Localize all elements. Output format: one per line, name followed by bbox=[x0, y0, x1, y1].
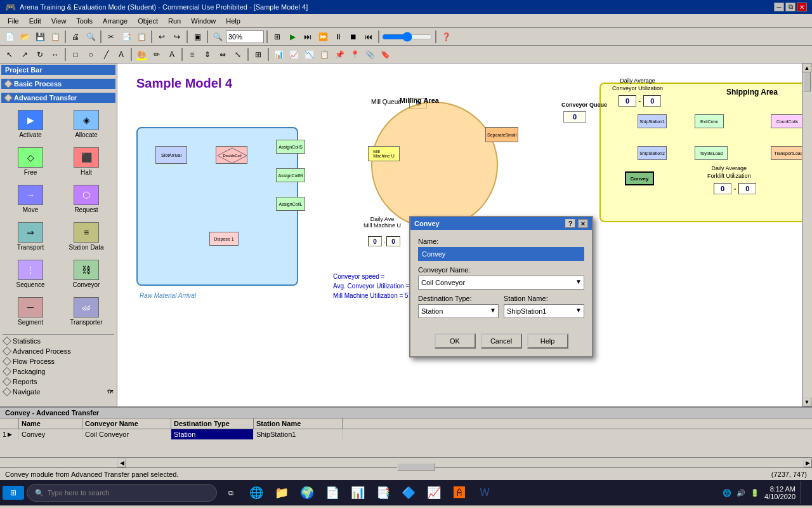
menu-arrange[interactable]: Arrange bbox=[98, 16, 133, 26]
taskbar-minitab-icon[interactable]: 📈 bbox=[422, 481, 445, 504]
sidebar-item-station-data[interactable]: ≡ Station Data bbox=[60, 219, 113, 254]
search-bar[interactable]: 🔍 Type here to search bbox=[27, 484, 217, 502]
sidebar-item-segment[interactable]: ─ Segment bbox=[4, 294, 57, 329]
sidebar-reports[interactable]: Reports bbox=[0, 377, 117, 387]
open-btn[interactable]: 📂 bbox=[18, 30, 32, 44]
destination-type-select[interactable]: Station bbox=[418, 304, 499, 318]
help-button[interactable]: Help bbox=[527, 333, 568, 349]
sidebar-advanced-process[interactable]: Advanced Process bbox=[0, 346, 117, 356]
count-coils-block[interactable]: CountCoils bbox=[771, 114, 802, 128]
taskbar-ppt-icon[interactable]: 📑 bbox=[372, 481, 395, 504]
assign-coil-block2[interactable]: AssignCoilM bbox=[276, 168, 305, 182]
dispose-block[interactable]: Dispose 1 bbox=[209, 232, 239, 246]
sidebar-item-transporter[interactable]: 🏎 Transporter bbox=[60, 294, 113, 329]
sidebar-item-move[interactable]: → Move bbox=[4, 182, 57, 217]
reset-btn[interactable]: ⏮ bbox=[362, 30, 376, 44]
save-btn[interactable]: 💾 bbox=[33, 30, 47, 44]
sidebar-item-request[interactable]: ⬡ Request bbox=[60, 182, 113, 217]
chart6-btn[interactable]: 📍 bbox=[348, 48, 362, 62]
chart2-btn[interactable]: 📈 bbox=[287, 48, 301, 62]
station-name-select[interactable]: ShipStation1 bbox=[504, 304, 584, 318]
basic-process-header[interactable]: Basic Process bbox=[1, 79, 115, 89]
cut-btn[interactable]: ✂ bbox=[104, 30, 118, 44]
chart3-btn[interactable]: 📉 bbox=[302, 48, 316, 62]
taskbar-chrome-icon[interactable]: 🌍 bbox=[296, 481, 318, 504]
exit-conv-block[interactable]: ExitConv bbox=[695, 114, 724, 128]
chart5-btn[interactable]: 📌 bbox=[332, 48, 346, 62]
sidebar-item-activate[interactable]: ▶ Activate bbox=[4, 107, 57, 142]
start-button[interactable]: ⊞ bbox=[3, 486, 24, 500]
menu-object[interactable]: Object bbox=[133, 16, 163, 26]
system-clock[interactable]: 8:12 AM 4/10/2020 bbox=[764, 485, 796, 500]
redo-btn[interactable]: ↪ bbox=[170, 30, 184, 44]
sidebar-navigate[interactable]: Navigate 🗺 bbox=[0, 387, 117, 397]
close-btn[interactable]: ✕ bbox=[797, 3, 807, 11]
run-btn[interactable]: ▶ bbox=[285, 30, 299, 44]
volume-icon[interactable]: 🔊 bbox=[737, 489, 745, 497]
sidebar-statistics[interactable]: Statistics bbox=[0, 336, 117, 346]
h-scroll-thumb[interactable] bbox=[397, 463, 435, 471]
name-input[interactable] bbox=[418, 247, 584, 261]
sidebar-item-conveyor[interactable]: ⛓ Conveyor bbox=[60, 257, 113, 291]
conveyor-name-select[interactable]: Coil Conveyor bbox=[418, 276, 584, 290]
pause-btn[interactable]: ⏸ bbox=[331, 30, 345, 44]
group-btn[interactable]: ⊞ bbox=[251, 48, 265, 62]
speed-slider[interactable] bbox=[382, 32, 433, 42]
menu-file[interactable]: File bbox=[3, 16, 24, 26]
paste-btn[interactable]: 📋 bbox=[134, 30, 148, 44]
scroll-left-btn[interactable]: ◀ bbox=[117, 458, 126, 467]
sidebar-item-sequence[interactable]: ⋮ Sequence bbox=[4, 257, 57, 291]
taskbar-arena-icon[interactable]: 🅰 bbox=[448, 481, 471, 504]
sidebar-packaging[interactable]: Packaging bbox=[0, 366, 117, 377]
mirror-btn[interactable]: ↔ bbox=[48, 48, 62, 62]
zoom-input[interactable] bbox=[226, 30, 264, 43]
taskbar-files-icon[interactable]: 📁 bbox=[270, 481, 293, 504]
ship-station1-block[interactable]: ShipStation1 bbox=[638, 114, 667, 128]
pointer-btn[interactable]: ↖ bbox=[3, 48, 16, 62]
assign-coil-block3[interactable]: AssignCoilL bbox=[276, 197, 305, 211]
undo-btn[interactable]: ↩ bbox=[155, 30, 169, 44]
step-btn[interactable]: ⏭ bbox=[301, 30, 315, 44]
sidebar-item-free[interactable]: ◇ Free bbox=[4, 144, 57, 179]
toyote-load-block[interactable]: ToyoteLoad bbox=[695, 146, 728, 160]
sidebar-flow-process[interactable]: Flow Process bbox=[0, 356, 117, 366]
scroll-right-btn[interactable]: ▶ bbox=[803, 458, 812, 467]
network-icon[interactable]: 🌐 bbox=[723, 489, 731, 497]
taskbar-edge-icon[interactable]: 🌐 bbox=[245, 481, 268, 504]
table-row[interactable]: 1 ▶ Convey Coil Conveyor Station ShipSta… bbox=[0, 429, 812, 439]
battery-icon[interactable]: 🔋 bbox=[750, 489, 759, 497]
align-btn[interactable]: ≡ bbox=[185, 48, 199, 62]
line-color-btn[interactable]: ✏ bbox=[150, 48, 164, 62]
dialog-help-icon[interactable]: ? bbox=[565, 219, 575, 228]
sidebar-item-transport[interactable]: ⇒ Transport bbox=[4, 219, 57, 254]
ellipse-btn[interactable]: ○ bbox=[84, 48, 98, 62]
preview-btn[interactable]: 🔍 bbox=[84, 30, 98, 44]
connect-btn[interactable]: ↗ bbox=[18, 48, 32, 62]
cancel-button[interactable]: Cancel bbox=[481, 333, 522, 349]
line-btn[interactable]: ╱ bbox=[99, 48, 113, 62]
text-btn[interactable]: A bbox=[114, 48, 128, 62]
menu-run[interactable]: Run bbox=[163, 16, 186, 26]
separate-block[interactable]: SeparateSmall bbox=[485, 127, 518, 142]
canvas-area[interactable]: Sample Model 4 Raw Material Arrival Mill… bbox=[117, 64, 802, 406]
size-btn[interactable]: ⤡ bbox=[231, 48, 245, 62]
fastrun-btn[interactable]: ⏩ bbox=[316, 30, 330, 44]
decide-coil-block[interactable]: DecideCoil bbox=[216, 146, 247, 164]
help-btn[interactable]: ❓ bbox=[439, 30, 453, 44]
taskbar-word2-icon[interactable]: W bbox=[473, 481, 496, 504]
dialog-close-btn[interactable]: × bbox=[578, 219, 588, 228]
stop-btn[interactable]: ⏹ bbox=[346, 30, 360, 44]
menu-edit[interactable]: Edit bbox=[24, 16, 46, 26]
menu-tools[interactable]: Tools bbox=[71, 16, 98, 26]
restore-btn[interactable]: ⧉ bbox=[785, 3, 796, 11]
slot-arrival-block[interactable]: SlotArrival bbox=[155, 146, 187, 164]
taskbar-visio-icon[interactable]: 🔷 bbox=[397, 481, 420, 504]
horizontal-scrollbar[interactable]: ◀ ▶ bbox=[0, 457, 812, 467]
spacing-btn[interactable]: ⇕ bbox=[200, 48, 214, 62]
scroll-down-btn[interactable]: ▼ bbox=[802, 398, 811, 406]
move2-btn[interactable]: ⇔ bbox=[216, 48, 230, 62]
print-btn[interactable]: 🖨 bbox=[69, 30, 82, 44]
taskbar-excel-icon[interactable]: 📊 bbox=[346, 481, 369, 504]
rotate-btn[interactable]: ↻ bbox=[33, 48, 47, 62]
chart4-btn[interactable]: 📋 bbox=[317, 48, 331, 62]
